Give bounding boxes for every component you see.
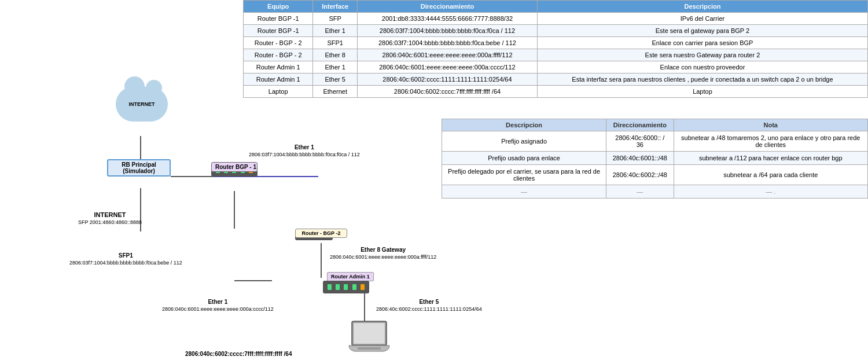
table-row: Router Admin 1Ether 12806:040c:6001:eeee… — [244, 61, 868, 74]
internet-sfp-label: INTERNET SFP 2001:4860:4860::8888 — [78, 211, 142, 225]
router-bgp2-label: Router - BGP -2 — [302, 230, 341, 236]
ether8-label: Ether 8 Gateway 2806:040c:6001:eeee:eeee… — [330, 246, 436, 260]
col-header-direccionamiento: Direccionamiento — [358, 1, 538, 13]
second-table-row: Prefijo asignado2806:40c:6000:: / 36subn… — [442, 131, 868, 152]
table-cell: Enlace con carrier para sesion BGP — [537, 37, 867, 49]
table-cell: 2806:040c:6001:eeee:eeee:eeee:000a:ffff/… — [358, 49, 538, 61]
second-table-cell: Prefijo asignado — [442, 131, 606, 152]
second-table-cell: 2806:40c:6002::/48 — [606, 165, 674, 185]
table-cell: Esta interfaz sera para nuestros cliente… — [537, 74, 867, 86]
table-cell: Enlace con nuestro proveedor — [537, 61, 867, 74]
second-table-row: Prefijo usado para enlace2806:40c:6001::… — [442, 152, 868, 165]
laptop-addr-label: 2806:040c:6002:cccc:7fff:ffff:ffff:ffff … — [185, 350, 292, 357]
router-admin1-device-box — [323, 281, 369, 293]
rb-principal-label: RB Principal(Simulador) — [122, 161, 156, 174]
table-cell: Ether 1 — [313, 25, 358, 37]
table-cell: 2806:040c:6001:eeee:eeee:eeee:000a:cccc/… — [358, 61, 538, 74]
table-cell: Este sera nuestro Gateway para router 2 — [537, 49, 867, 61]
col-header-interface: Interface — [313, 1, 358, 13]
col-header-descripcion: Descripcion — [537, 1, 867, 13]
internet-cloud: INTERNET — [113, 87, 171, 133]
second-table-cell: — — [606, 185, 674, 199]
second-table: Descripcion Direccionamiento Nota Prefij… — [442, 119, 868, 199]
router-admin1-label: Router Admin 1 — [331, 274, 370, 280]
second-table-cell: subnetear a /48 tomaremos 2, uno para en… — [674, 131, 867, 152]
router-admin1-label-box: Router Admin 1 — [327, 272, 374, 281]
svg-rect-10 — [358, 347, 381, 350]
table-cell: IPv6 del Carrier — [537, 13, 867, 25]
network-diagram: INTERNET RB Principal(Simulador) Router … — [0, 75, 440, 359]
rb-principal-box: RB Principal(Simulador) — [107, 159, 153, 174]
table-cell: Router - BGP - 2 — [244, 37, 313, 49]
sfp1-label: SFP1 2806:03f7:1004:bbbb:bbbb:bbbb:f0ca:… — [69, 252, 182, 266]
col-header-equipo: Equipo — [244, 1, 313, 13]
table-row: Router BGP -1Ether 12806:03f7:1004:bbbb:… — [244, 25, 868, 37]
col2-header-direccionamiento: Direccionamiento — [606, 119, 674, 131]
second-table-cell: 2806:40c:6001::/48 — [606, 152, 674, 165]
table-cell: 2806:03f7:1004:bbbb:bbbb:bbbb:f0ca:f0ca … — [358, 25, 538, 37]
second-table-cell: 2806:40c:6000:: / 36 — [606, 131, 674, 152]
table-cell: Router - BGP - 2 — [244, 49, 313, 61]
second-table-cell: subnetear a /64 para cada cliente — [674, 165, 867, 185]
table-cell: 2001:db8:3333:4444:5555:6666:7777:8888/3… — [358, 13, 538, 25]
second-table-cell: Prefijo usado para enlace — [442, 152, 606, 165]
table-cell: Router Admin 1 — [244, 61, 313, 74]
col2-header-nota: Nota — [674, 119, 867, 131]
router-bgp1-label: Router BGP - 1 — [215, 164, 256, 170]
table-row: Router BGP -1SFP2001:db8:3333:4444:5555:… — [244, 13, 868, 25]
ether5-label: Ether 5 2806:40c:6002:cccc:1111:1111:111… — [376, 298, 482, 312]
table-row: Router - BGP - 2Ether 82806:040c:6001:ee… — [244, 49, 868, 61]
table-cell: SFP — [313, 13, 358, 25]
ether1-bgp1-label: Ether 1 2806:03f7:1004:bbbb:bbbb:bbbb:f0… — [249, 144, 360, 157]
table-cell: Router BGP -1 — [244, 13, 313, 25]
table-cell: SFP1 — [313, 37, 358, 49]
svg-rect-9 — [354, 323, 385, 344]
router-bgp2-box: Router - BGP -2 — [295, 229, 333, 240]
second-table-cell: subnetear a /112 para hacer enlace con r… — [674, 152, 867, 165]
table-cell: Router BGP -1 — [244, 25, 313, 37]
cloud-text: INTERNET — [129, 101, 155, 107]
second-table-row: Prefijo delegado por el carrier, se usar… — [442, 165, 868, 185]
cloud-shape: INTERNET — [116, 87, 168, 122]
col2-header-descripcion: Descripcion — [442, 119, 606, 131]
table-cell: Este sera el gateway para BGP 2 — [537, 25, 867, 37]
table-row: Router - BGP - 2SFP12806:03f7:1004:bbbb:… — [244, 37, 868, 49]
second-table-cell: — . — [674, 185, 867, 199]
table-cell: Laptop — [537, 86, 867, 98]
second-table-cell: — — [442, 185, 606, 199]
second-table-row: ——— . — [442, 185, 868, 199]
table-cell: Ether 8 — [313, 49, 358, 61]
second-table-cell: Prefijo delegado por el carrier, se usar… — [442, 165, 606, 185]
table-cell: 2806:03f7:1004:bbbb:bbbb:bbbb:f0ca:bebe … — [358, 37, 538, 49]
router-admin1-device — [323, 281, 369, 293]
ether1-admin-label: Ether 1 2806:040c:6001:eeee:eeee:eeee:00… — [162, 298, 274, 312]
laptop-icon — [346, 318, 392, 360]
router-bgp1-box: Router BGP - 1 — [211, 162, 258, 177]
second-table-section: Descripcion Direccionamiento Nota Prefij… — [442, 119, 868, 199]
table-cell: Ether 1 — [313, 61, 358, 74]
